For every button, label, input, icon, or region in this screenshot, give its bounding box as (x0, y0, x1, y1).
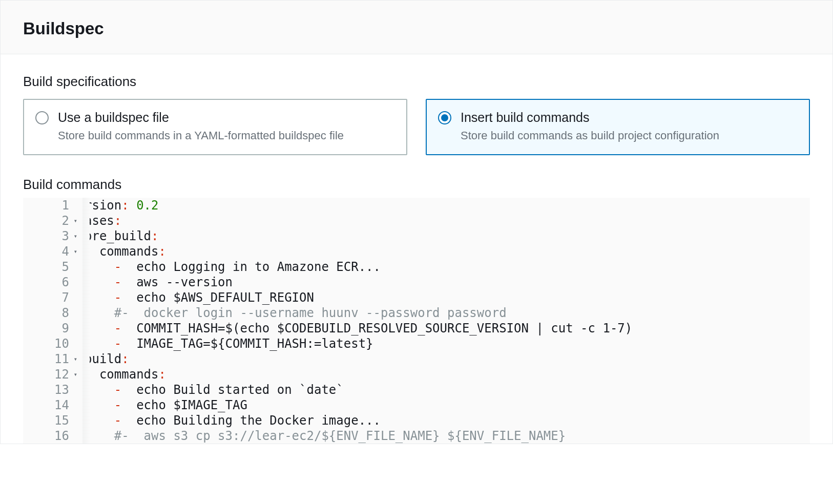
gutter-line: 7 (23, 290, 77, 305)
gutter-line: 11▾ (23, 351, 77, 367)
code-line[interactable]: rsion: 0.2 (85, 198, 810, 213)
gutter-line: 16 (23, 428, 77, 444)
gutter-line: 12▾ (23, 367, 77, 382)
code-line[interactable]: commands: (85, 244, 810, 259)
gutter-line: 14 (23, 397, 77, 413)
gutter-line: 1 (23, 198, 77, 213)
build-commands-editor[interactable]: 12▾3▾4▾567891011▾12▾13141516 rsion: 0.2a… (23, 198, 810, 444)
gutter-line: 4▾ (23, 244, 77, 259)
code-line[interactable]: ases: (85, 213, 810, 228)
fold-arrow-icon[interactable]: ▾ (71, 213, 77, 228)
radio-use-buildspec-file[interactable]: Use a buildspec file Store build command… (23, 99, 407, 155)
radio-title: Insert build commands (461, 109, 798, 126)
code-line[interactable]: - echo $IMAGE_TAG (85, 397, 810, 413)
radio-desc: Store build commands in a YAML-formatted… (58, 128, 395, 143)
gutter-line: 10 (23, 336, 77, 351)
fold-arrow-icon[interactable]: ▾ (71, 244, 77, 259)
fold-arrow-icon[interactable]: ▾ (71, 228, 77, 244)
panel-body: Build specifications Use a buildspec fil… (1, 54, 832, 444)
fold-arrow-icon[interactable]: ▾ (71, 367, 77, 382)
gutter-line: 9 (23, 321, 77, 336)
code-line[interactable]: - COMMIT_HASH=$(echo $CODEBUILD_RESOLVED… (85, 321, 810, 336)
code-line[interactable]: #- aws s3 cp s3://lear-ec2/${ENV_FILE_NA… (85, 428, 810, 444)
code-line[interactable]: - echo Logging in to Amazone ECR... (85, 259, 810, 275)
radio-icon (35, 111, 49, 124)
build-specifications-label: Build specifications (23, 74, 810, 90)
editor-code[interactable]: rsion: 0.2ases:pre_build: commands: - ec… (82, 198, 810, 444)
editor-gutter: 12▾3▾4▾567891011▾12▾13141516 (23, 198, 82, 444)
buildspec-panel: Buildspec Build specifications Use a bui… (0, 0, 833, 444)
code-line[interactable]: - aws --version (85, 275, 810, 290)
build-specifications-options: Use a buildspec file Store build command… (23, 99, 810, 155)
gutter-line: 13 (23, 382, 77, 397)
gutter-line: 8 (23, 305, 77, 321)
code-line[interactable]: pre_build: (85, 228, 810, 244)
code-line[interactable]: build: (85, 351, 810, 367)
code-line[interactable]: - echo $AWS_DEFAULT_REGION (85, 290, 810, 305)
gutter-line: 15 (23, 413, 77, 428)
code-line[interactable]: - IMAGE_TAG=${COMMIT_HASH:=latest} (85, 336, 810, 351)
panel-header: Buildspec (1, 1, 832, 54)
radio-title: Use a buildspec file (58, 109, 395, 126)
gutter-line: 2▾ (23, 213, 77, 228)
radio-insert-build-commands[interactable]: Insert build commands Store build comman… (426, 99, 810, 155)
gutter-line: 6 (23, 275, 77, 290)
panel-title: Buildspec (23, 19, 810, 38)
radio-desc: Store build commands as build project co… (461, 128, 798, 143)
build-commands-label: Build commands (23, 177, 810, 193)
fold-arrow-icon[interactable]: ▾ (71, 351, 77, 367)
radio-icon (438, 111, 451, 124)
gutter-line: 5 (23, 259, 77, 275)
code-line[interactable]: #- docker login --username huunv --passw… (85, 305, 810, 321)
code-line[interactable]: - echo Building the Docker image... (85, 413, 810, 428)
code-line[interactable]: commands: (85, 367, 810, 382)
gutter-line: 3▾ (23, 228, 77, 244)
code-line[interactable]: - echo Build started on `date` (85, 382, 810, 397)
